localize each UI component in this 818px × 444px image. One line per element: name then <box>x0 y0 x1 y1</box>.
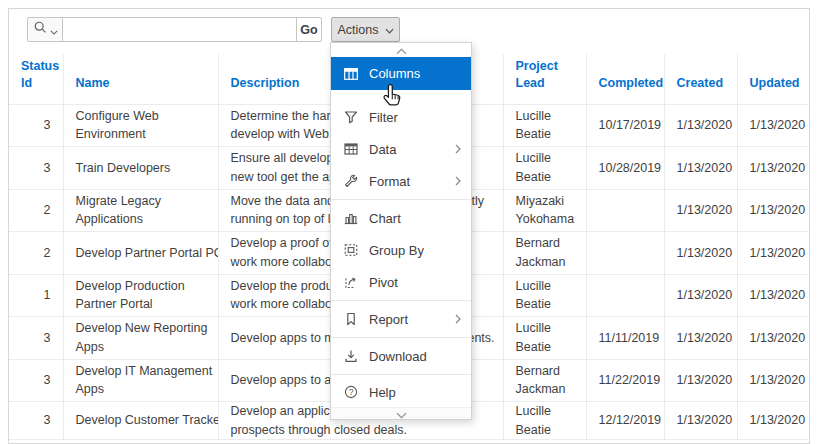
cell-status-id: 3 <box>9 317 63 360</box>
chevron-right-icon <box>455 174 461 189</box>
column-header-project-lead[interactable]: Project Lead <box>503 54 586 104</box>
chart-icon <box>343 210 359 226</box>
menu-item-label: Report <box>369 312 445 327</box>
cell-completed: 12/12/2019 <box>586 402 664 440</box>
search-icon <box>33 20 48 39</box>
menu-item-columns[interactable]: Columns <box>331 57 471 90</box>
menu-item-label: Download <box>369 349 461 364</box>
menu-item-label: Columns <box>369 66 461 81</box>
menu-item-download[interactable]: Download <box>331 340 471 372</box>
go-button[interactable]: Go <box>296 17 322 42</box>
menu-separator <box>331 374 471 375</box>
cell-created: 1/13/2020 <box>664 232 737 275</box>
cell-status-id: 2 <box>9 189 63 232</box>
menu-spacer <box>331 90 471 101</box>
cell-name: Develop Production Partner Portal <box>63 274 218 317</box>
chevron-right-icon <box>455 312 461 327</box>
menu-item-pivot[interactable]: Pivot <box>331 266 471 298</box>
menu-separator <box>331 300 471 301</box>
cell-completed: 11/22/2019 <box>586 359 664 402</box>
format-icon <box>343 173 359 189</box>
cell-completed <box>586 189 664 232</box>
menu-scroll-down[interactable] <box>331 407 471 419</box>
cell-name: Develop Partner Portal POC <box>63 232 218 275</box>
cell-name: Configure Web Environment <box>63 104 218 147</box>
menu-item-label: Pivot <box>369 275 461 290</box>
cell-updated: 1/13/2020 <box>737 104 809 147</box>
data-icon <box>343 141 359 157</box>
menu-scroll-up[interactable] <box>331 43 471 57</box>
cell-status-id: 3 <box>9 147 63 190</box>
menu-item-label: Help <box>369 385 461 400</box>
column-header-status-id[interactable]: Status Id <box>9 54 63 104</box>
cell-project-lead: Lucille Beatie <box>503 274 586 317</box>
actions-button[interactable]: Actions <box>331 17 400 42</box>
column-header-updated[interactable]: Updated <box>737 54 809 104</box>
group-by-icon <box>343 242 359 258</box>
cell-status-id: 3 <box>9 359 63 402</box>
cell-completed <box>586 274 664 317</box>
menu-item-label: Group By <box>369 243 461 258</box>
menu-item-group-by[interactable]: Group By <box>331 234 471 266</box>
cell-updated: 1/13/2020 <box>737 402 809 440</box>
svg-text:?: ? <box>349 387 354 397</box>
cell-created: 1/13/2020 <box>664 147 737 190</box>
filter-icon <box>343 109 359 125</box>
cell-updated: 1/13/2020 <box>737 359 809 402</box>
actions-button-label: Actions <box>338 23 379 37</box>
search-options-button[interactable] <box>27 17 63 42</box>
cell-created: 1/13/2020 <box>664 274 737 317</box>
menu-item-report[interactable]: Report <box>331 303 471 335</box>
menu-item-label: Filter <box>369 110 461 125</box>
menu-item-chart[interactable]: Chart <box>331 202 471 234</box>
menu-item-label: Data <box>369 142 445 157</box>
actions-menu: Columns Filter Data Format Chart Group B… <box>330 42 472 420</box>
cell-project-lead: Bernard Jackman <box>503 359 586 402</box>
menu-item-help[interactable]: ? Help <box>331 377 471 407</box>
cell-name: Develop Customer Tracker <box>63 402 218 440</box>
cell-project-lead: Lucille Beatie <box>503 104 586 147</box>
cell-created: 1/13/2020 <box>664 359 737 402</box>
cell-updated: 1/13/2020 <box>737 274 809 317</box>
menu-item-data[interactable]: Data <box>331 133 471 165</box>
chevron-down-icon <box>50 21 58 39</box>
cell-created: 1/13/2020 <box>664 104 737 147</box>
menu-separator <box>331 337 471 338</box>
download-icon <box>343 348 359 364</box>
cell-project-lead: Bernard Jackman <box>503 232 586 275</box>
cell-status-id: 2 <box>9 232 63 275</box>
chevron-down-icon <box>396 405 407 423</box>
cell-created: 1/13/2020 <box>664 317 737 360</box>
chevron-right-icon <box>455 142 461 157</box>
cell-completed: 10/28/2019 <box>586 147 664 190</box>
menu-item-label: Chart <box>369 211 461 226</box>
cell-completed: 11/11/2019 <box>586 317 664 360</box>
cell-updated: 1/13/2020 <box>737 232 809 275</box>
chevron-up-icon <box>396 41 407 59</box>
cell-project-lead: Lucille Beatie <box>503 317 586 360</box>
menu-item-label: Format <box>369 174 445 189</box>
cell-project-lead: Lucille Beatie <box>503 147 586 190</box>
cell-name: Migrate Legacy Applications <box>63 189 218 232</box>
pivot-icon <box>343 274 359 290</box>
column-header-completed[interactable]: Completed <box>586 54 664 104</box>
cell-name: Develop New Reporting Apps <box>63 317 218 360</box>
cell-updated: 1/13/2020 <box>737 317 809 360</box>
cell-status-id: 1 <box>9 274 63 317</box>
cell-name: Train Developers <box>63 147 218 190</box>
column-header-name[interactable]: Name <box>63 54 218 104</box>
cell-project-lead: Lucille Beatie <box>503 402 586 440</box>
menu-item-format[interactable]: Format <box>331 165 471 197</box>
help-icon: ? <box>343 384 359 400</box>
report-icon <box>343 311 359 327</box>
cell-name: Develop IT Management Apps <box>63 359 218 402</box>
column-header-created[interactable]: Created <box>664 54 737 104</box>
menu-item-filter[interactable]: Filter <box>331 101 471 133</box>
cell-updated: 1/13/2020 <box>737 147 809 190</box>
search-input[interactable] <box>62 17 297 42</box>
cell-project-lead: Miyazaki Yokohama <box>503 189 586 232</box>
cell-created: 1/13/2020 <box>664 402 737 440</box>
menu-separator <box>331 199 471 200</box>
columns-icon <box>343 66 359 82</box>
chevron-down-icon <box>385 23 394 37</box>
